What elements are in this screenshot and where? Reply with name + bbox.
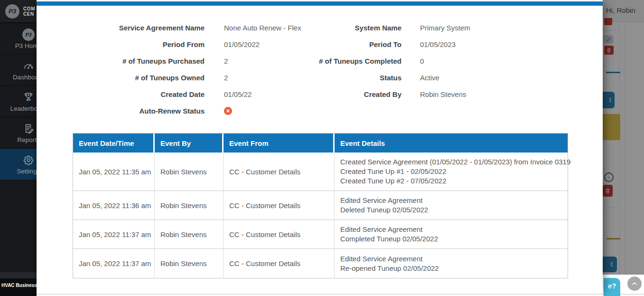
field-label: # of Tuneups Owned	[37, 74, 205, 82]
gauge-icon	[22, 60, 35, 72]
gear-icon	[22, 154, 35, 166]
modal-accent-bar	[37, 1, 603, 6]
logo-text: COM CEN	[23, 6, 35, 17]
cell-event-details: Edited Service Agreement Re-opened Tuneu…	[335, 249, 568, 278]
field-label: Period To	[318, 40, 401, 48]
agreement-details: Service Agreement Name None Auto Renew -…	[37, 19, 603, 119]
cell-event-details: Edited Service Agreement Deleted Tuneup …	[335, 191, 568, 220]
cell-event-from: CC - Customer Details	[224, 191, 335, 220]
field-label: Created By	[318, 90, 401, 98]
field-label: Created Date	[37, 90, 205, 98]
field-label: # of Tuneups Completed	[318, 57, 401, 65]
field-label: Service Agreement Name	[37, 24, 205, 32]
cell-event-from: CC - Customer Details	[224, 153, 335, 191]
help-button-fragment[interactable]: e?	[604, 278, 620, 296]
cell-event-datetime: Jan 05, 2022 11:37 am	[73, 249, 155, 278]
trophy-icon	[22, 91, 35, 104]
cell-event-datetime: Jan 05, 2022 11:37 am	[73, 220, 155, 248]
cell-event-from: CC - Customer Details	[224, 249, 335, 278]
page-bottom-line	[37, 294, 603, 295]
field-label: Auto-Renew Status	[37, 107, 205, 115]
cell-event-datetime: Jan 05, 2022 11:35 am	[73, 153, 155, 191]
cell-event-details: Created Service Agreement (01/05/2022 - …	[335, 153, 568, 191]
field-value: 01/05/22	[205, 90, 318, 98]
column-header: Event By	[155, 134, 224, 153]
field-label: # of Tuneups Purchased	[37, 57, 205, 65]
field-label: Status	[318, 74, 401, 82]
field-value	[205, 107, 318, 115]
field-label: Period From	[37, 40, 205, 48]
field-value: 2	[205, 74, 318, 82]
field-value: None Auto Renew - Flex	[205, 24, 318, 32]
p3-logo-icon: P3	[5, 4, 19, 19]
table-row: Jan 05, 2022 11:36 am Robin Stevens CC -…	[73, 191, 568, 220]
field-value: Robin Stevens	[401, 90, 603, 98]
cell-event-by: Robin Stevens	[155, 191, 224, 220]
field-value: Primary System	[401, 24, 603, 32]
help-button-label: e?	[608, 282, 616, 290]
table-row: Jan 05, 2022 11:37 am Robin Stevens CC -…	[73, 249, 568, 278]
chevron-up-icon	[631, 280, 638, 287]
report-icon	[22, 123, 35, 135]
field-label: System Name	[318, 24, 401, 32]
cell-event-from: CC - Customer Details	[224, 220, 335, 248]
modal-dim-overlay	[603, 0, 644, 275]
cell-event-by: Robin Stevens	[155, 153, 224, 191]
table-header-row: Event Date/Time Event By Event From Even…	[73, 134, 568, 153]
background-page-strip: Hi, Robin t t e?	[603, 0, 644, 296]
p3-ball-icon: P3	[22, 29, 35, 41]
service-agreement-modal: Service Agreement Name None Auto Renew -…	[37, 0, 603, 296]
field-value: 01/05/2022	[205, 40, 318, 48]
cell-event-by: Robin Stevens	[155, 249, 224, 278]
screen: P3 COM CEN P3 P3 Home Dashboard Leaderbo…	[0, 0, 644, 296]
cell-event-datetime: Jan 05, 2022 11:36 am	[73, 191, 155, 220]
event-history-table: Event Date/Time Event By Event From Even…	[73, 133, 568, 278]
table-row: Jan 05, 2022 11:35 am Robin Stevens CC -…	[73, 153, 568, 191]
cancel-icon	[224, 107, 232, 115]
field-value: 2	[205, 57, 318, 65]
column-header: Event Details	[335, 134, 568, 153]
scroll-to-top-button[interactable]	[627, 277, 642, 291]
cell-event-by: Robin Stevens	[155, 220, 224, 248]
field-value: 01/05/2023	[401, 40, 603, 48]
field-value: Active	[401, 74, 603, 82]
column-header: Event From	[224, 134, 335, 153]
column-header: Event Date/Time	[73, 134, 155, 153]
field-value: 0	[401, 57, 603, 65]
cell-event-details: Edited Service Agreement Completed Tuneu…	[335, 220, 568, 248]
table-row: Jan 05, 2022 11:37 am Robin Stevens CC -…	[73, 220, 568, 249]
